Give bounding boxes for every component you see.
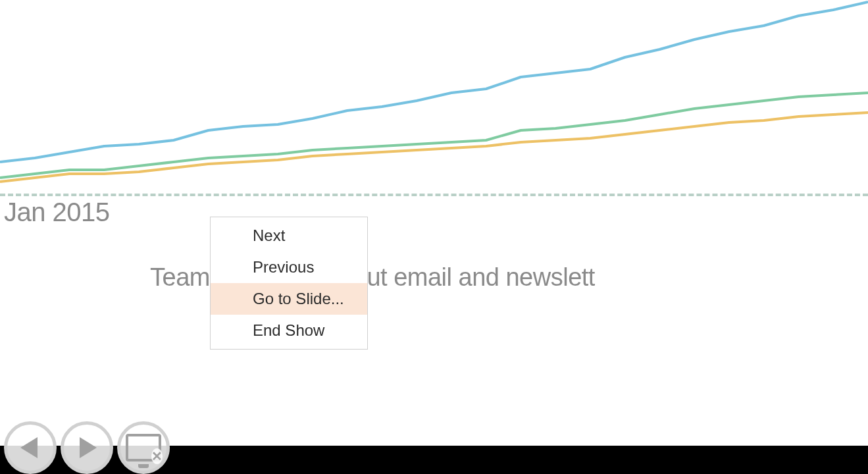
x-axis-start-label: Jan 2015 — [4, 198, 110, 227]
series-yellow — [0, 113, 868, 182]
series-blue — [0, 2, 868, 162]
menu-item-end-show[interactable]: End Show — [211, 315, 367, 346]
next-slide-button[interactable] — [61, 421, 113, 474]
menu-item-previous[interactable]: Previous — [211, 251, 367, 283]
trend-chart — [0, 0, 868, 198]
slideshow-context-menu: Next Previous Go to Slide... End Show — [210, 217, 368, 350]
series-green — [0, 93, 868, 178]
menu-item-next[interactable]: Next — [211, 220, 367, 251]
end-show-icon — [126, 434, 161, 461]
arrow-left-icon — [20, 437, 38, 458]
previous-slide-button[interactable] — [4, 421, 57, 474]
end-show-button[interactable] — [117, 421, 170, 474]
arrow-right-icon — [80, 437, 97, 458]
chart-baseline — [0, 194, 868, 196]
menu-item-go-to-slide[interactable]: Go to Slide... — [211, 283, 367, 315]
